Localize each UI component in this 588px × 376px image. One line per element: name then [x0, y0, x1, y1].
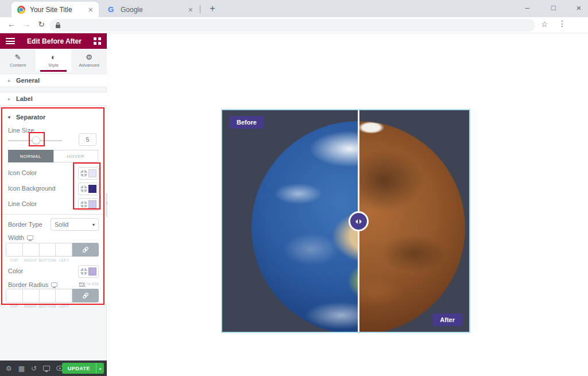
browser-window: Your Site Title × G Google × + – □ × ← →…: [0, 0, 588, 376]
tab-close-icon[interactable]: ×: [88, 5, 93, 14]
line-size-slider-handle[interactable]: [32, 136, 40, 144]
history-icon[interactable]: ↺: [31, 365, 37, 372]
section-separator-header[interactable]: ▾ Separator: [0, 111, 107, 123]
tab-hover[interactable]: HOVER: [53, 150, 99, 162]
dim-top-label: TOP: [6, 304, 22, 308]
update-button-group: UPDATE ▴: [62, 363, 104, 374]
width-inputs: [6, 243, 99, 257]
style-brush-icon: ◐: [51, 53, 56, 61]
link-values-button[interactable]: [72, 289, 99, 303]
dim-right-label: RIGHT: [22, 258, 39, 262]
mars-image: [359, 121, 465, 332]
radius-dimension-labels: TOP RIGHT BOTTOM LEFT: [6, 304, 72, 308]
tab-your-site-title[interactable]: Your Site Title ×: [11, 2, 99, 17]
tab-advanced[interactable]: ⚙ Advanced: [71, 49, 107, 72]
icon-background-label: Icon Background: [8, 185, 56, 192]
color-swatch[interactable]: [88, 185, 96, 193]
site-favicon-icon: [17, 6, 25, 14]
browser-menu-icon[interactable]: ⋮: [558, 19, 566, 28]
global-colors-icon[interactable]: [80, 185, 87, 192]
navigator-icon[interactable]: ▦: [18, 365, 25, 372]
tab-style[interactable]: ◐ Style: [36, 49, 71, 72]
section-label: General: [16, 77, 40, 84]
unit-percent[interactable]: %: [87, 281, 91, 286]
dim-left-label: LEFT: [56, 304, 72, 308]
color-swatch[interactable]: [88, 200, 96, 208]
radius-right-input[interactable]: [23, 289, 40, 303]
border-radius-inputs: [6, 289, 99, 303]
global-colors-icon[interactable]: [80, 201, 87, 208]
back-button[interactable]: ←: [6, 20, 17, 29]
responsive-mode-icon[interactable]: [43, 366, 50, 371]
radius-top-input[interactable]: [6, 289, 23, 303]
tab-label: Content: [10, 63, 26, 68]
google-favicon-icon: G: [108, 5, 116, 14]
lock-icon: [55, 22, 61, 29]
tab-content[interactable]: ✎ Content: [0, 49, 36, 72]
section-label-group[interactable]: ▸ Label: [0, 92, 107, 106]
tab-google[interactable]: G Google ×: [102, 2, 199, 17]
tab-title: Google: [121, 6, 185, 14]
line-size-label: Line Size: [8, 127, 34, 134]
comparison-drag-handle[interactable]: [349, 211, 369, 231]
color-swatch[interactable]: [88, 268, 96, 276]
line-color-label: Line Color: [8, 200, 37, 207]
panel-header: Edit Before After: [0, 33, 107, 49]
unit-em[interactable]: EM: [92, 281, 99, 286]
line-size-input[interactable]: [79, 133, 96, 146]
link-values-button[interactable]: [72, 243, 99, 257]
close-button[interactable]: ×: [567, 0, 588, 17]
width-right-input[interactable]: [23, 243, 40, 257]
responsive-monitor-icon[interactable]: [51, 282, 57, 287]
global-colors-icon[interactable]: [80, 170, 87, 177]
address-bar[interactable]: [49, 19, 535, 32]
settings-gear-icon[interactable]: ⚙: [6, 365, 12, 372]
radius-bottom-input[interactable]: [40, 289, 56, 303]
minimize-button[interactable]: –: [516, 0, 539, 17]
width-bottom-input[interactable]: [40, 243, 56, 257]
border-type-select[interactable]: Solid ▾: [51, 218, 99, 231]
unit-px[interactable]: PX: [79, 281, 86, 286]
dim-right-label: RIGHT: [22, 304, 39, 308]
global-colors-icon[interactable]: [80, 268, 87, 275]
dim-top-label: TOP: [6, 258, 22, 262]
tab-normal[interactable]: NORMAL: [8, 150, 53, 162]
new-tab-button[interactable]: +: [206, 2, 219, 16]
tab-close-icon[interactable]: ×: [188, 5, 193, 14]
border-radius-label-row: Border Radius: [8, 281, 57, 288]
width-top-input[interactable]: [6, 243, 23, 257]
update-button[interactable]: UPDATE: [62, 363, 96, 374]
update-options-caret[interactable]: ▴: [96, 363, 104, 374]
section-general[interactable]: ▸ General: [0, 73, 107, 87]
hamburger-menu-icon[interactable]: [6, 38, 15, 44]
after-image-mars: [359, 110, 470, 332]
forward-button[interactable]: →: [21, 20, 32, 29]
widgets-grid-icon[interactable]: [94, 37, 101, 45]
width-dimension-labels: TOP RIGHT BOTTOM LEFT: [6, 258, 72, 262]
width-left-input[interactable]: [56, 243, 72, 257]
earth-image: [252, 121, 359, 332]
unit-switcher: PX % EM: [79, 281, 99, 286]
color-swatch[interactable]: [88, 169, 96, 177]
browser-toolbar: ← → ↻ ☆ ⋮: [0, 17, 588, 33]
maximize-button[interactable]: □: [542, 0, 565, 17]
bookmark-star-icon[interactable]: ☆: [541, 20, 548, 29]
chevron-down-icon: ▾: [8, 115, 14, 120]
icon-background-picker[interactable]: [78, 183, 99, 195]
arrow-right-icon: [359, 219, 362, 224]
tab-title: Your Site Title: [30, 6, 85, 14]
reload-button[interactable]: ↻: [36, 20, 47, 29]
width-label: Width: [8, 234, 24, 241]
chevron-down-icon: ▾: [92, 222, 95, 227]
radius-left-input[interactable]: [56, 289, 72, 303]
before-badge: Before: [229, 116, 264, 129]
responsive-monitor-icon[interactable]: [27, 235, 33, 240]
border-color-picker[interactable]: [78, 265, 99, 278]
icon-color-picker[interactable]: [78, 167, 99, 180]
after-badge: After: [432, 313, 462, 326]
dim-bottom-label: BOTTOM: [38, 304, 56, 308]
gear-icon: ⚙: [86, 53, 92, 61]
before-after-widget[interactable]: Before After: [221, 109, 470, 333]
line-color-picker[interactable]: [78, 198, 99, 211]
editor-canvas: Before After: [107, 33, 588, 376]
